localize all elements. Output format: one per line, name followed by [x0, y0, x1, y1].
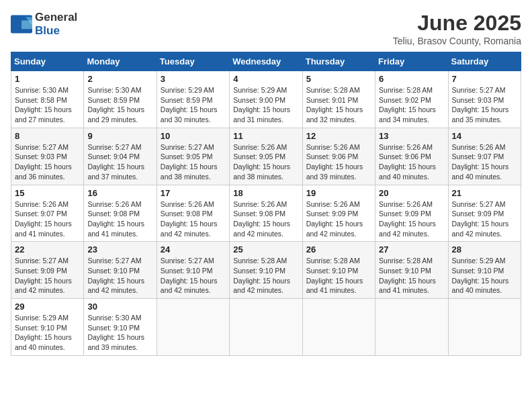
calendar-day-cell: 13 Sunrise: 5:26 AMSunset: 9:06 PMDaylig…: [375, 128, 448, 185]
calendar-day-cell: [230, 299, 302, 356]
calendar-day-cell: 29 Sunrise: 5:29 AMSunset: 9:10 PMDaylig…: [11, 299, 84, 356]
day-number: 24: [161, 244, 226, 255]
calendar-day-cell: 3 Sunrise: 5:29 AMSunset: 8:59 PMDayligh…: [157, 71, 229, 128]
day-number: 9: [87, 131, 152, 141]
calendar-day-cell: 7 Sunrise: 5:27 AMSunset: 9:03 PMDayligh…: [448, 71, 521, 128]
calendar-week-row: 15 Sunrise: 5:26 AMSunset: 9:07 PMDaylig…: [11, 185, 521, 242]
calendar-day-cell: 4 Sunrise: 5:29 AMSunset: 9:00 PMDayligh…: [230, 71, 302, 128]
calendar-day-cell: 2 Sunrise: 5:30 AMSunset: 8:59 PMDayligh…: [84, 71, 157, 128]
day-number: 25: [233, 244, 298, 255]
day-info: Sunrise: 5:27 AMSunset: 9:05 PMDaylight:…: [161, 143, 218, 181]
day-number: 26: [306, 244, 371, 255]
day-info: Sunrise: 5:27 AMSunset: 9:10 PMDaylight:…: [161, 257, 218, 294]
day-info: Sunrise: 5:26 AMSunset: 9:06 PMDaylight:…: [306, 143, 363, 181]
calendar-day-cell: 20 Sunrise: 5:26 AMSunset: 9:09 PMDaylig…: [375, 185, 448, 242]
day-number: 20: [379, 188, 444, 198]
calendar-day-cell: 28 Sunrise: 5:29 AMSunset: 9:10 PMDaylig…: [448, 242, 521, 299]
calendar-day-cell: 10 Sunrise: 5:27 AMSunset: 9:05 PMDaylig…: [157, 128, 229, 185]
logo-blue: Blue: [35, 24, 60, 37]
calendar-day-cell: [157, 299, 229, 356]
calendar-day-cell: 27 Sunrise: 5:28 AMSunset: 9:10 PMDaylig…: [375, 242, 448, 299]
day-number: 27: [379, 244, 444, 255]
day-info: Sunrise: 5:28 AMSunset: 9:02 PMDaylight:…: [379, 86, 436, 124]
logo-text: General Blue: [35, 11, 77, 38]
day-info: Sunrise: 5:29 AMSunset: 9:10 PMDaylight:…: [452, 257, 509, 294]
day-number: 1: [15, 74, 80, 84]
day-info: Sunrise: 5:28 AMSunset: 9:10 PMDaylight:…: [233, 257, 290, 294]
day-number: 17: [161, 188, 226, 198]
weekday-header: Tuesday: [157, 52, 229, 71]
weekday-header: Saturday: [448, 52, 521, 71]
day-info: Sunrise: 5:26 AMSunset: 9:09 PMDaylight:…: [379, 200, 436, 238]
weekday-header: Friday: [375, 52, 448, 71]
day-number: 21: [452, 188, 517, 198]
day-info: Sunrise: 5:30 AMSunset: 8:58 PMDaylight:…: [15, 86, 72, 124]
day-info: Sunrise: 5:26 AMSunset: 9:06 PMDaylight:…: [379, 143, 436, 181]
calendar-week-row: 29 Sunrise: 5:29 AMSunset: 9:10 PMDaylig…: [11, 299, 521, 356]
calendar-day-cell: 9 Sunrise: 5:27 AMSunset: 9:04 PMDayligh…: [84, 128, 157, 185]
calendar-week-row: 8 Sunrise: 5:27 AMSunset: 9:03 PMDayligh…: [11, 128, 521, 185]
calendar-day-cell: 5 Sunrise: 5:28 AMSunset: 9:01 PMDayligh…: [302, 71, 375, 128]
day-info: Sunrise: 5:27 AMSunset: 9:03 PMDaylight:…: [452, 86, 509, 124]
day-info: Sunrise: 5:27 AMSunset: 9:03 PMDaylight:…: [15, 143, 72, 181]
day-number: 6: [379, 74, 444, 84]
day-number: 22: [15, 244, 80, 255]
calendar-day-cell: 26 Sunrise: 5:28 AMSunset: 9:10 PMDaylig…: [302, 242, 375, 299]
day-number: 18: [233, 188, 298, 198]
calendar-title: June 2025: [393, 11, 521, 36]
calendar-day-cell: 18 Sunrise: 5:26 AMSunset: 9:08 PMDaylig…: [230, 185, 302, 242]
title-area: June 2025 Teliu, Brasov County, Romania: [393, 11, 521, 46]
day-info: Sunrise: 5:26 AMSunset: 9:05 PMDaylight:…: [233, 143, 290, 181]
day-info: Sunrise: 5:27 AMSunset: 9:10 PMDaylight:…: [87, 257, 144, 294]
calendar-day-cell: 23 Sunrise: 5:27 AMSunset: 9:10 PMDaylig…: [84, 242, 157, 299]
day-info: Sunrise: 5:29 AMSunset: 9:00 PMDaylight:…: [233, 86, 290, 124]
calendar-day-cell: 6 Sunrise: 5:28 AMSunset: 9:02 PMDayligh…: [375, 71, 448, 128]
calendar-day-cell: 25 Sunrise: 5:28 AMSunset: 9:10 PMDaylig…: [230, 242, 302, 299]
day-number: 16: [87, 188, 152, 198]
day-info: Sunrise: 5:29 AMSunset: 9:10 PMDaylight:…: [15, 314, 72, 351]
calendar-day-cell: 22 Sunrise: 5:27 AMSunset: 9:09 PMDaylig…: [11, 242, 84, 299]
day-info: Sunrise: 5:27 AMSunset: 9:04 PMDaylight:…: [87, 143, 144, 181]
day-info: Sunrise: 5:26 AMSunset: 9:09 PMDaylight:…: [306, 200, 363, 238]
day-number: 12: [306, 131, 371, 141]
calendar-day-cell: 1 Sunrise: 5:30 AMSunset: 8:58 PMDayligh…: [11, 71, 84, 128]
day-info: Sunrise: 5:29 AMSunset: 8:59 PMDaylight:…: [161, 86, 218, 124]
page-header: General Blue June 2025 Teliu, Brasov Cou…: [11, 11, 521, 46]
day-number: 2: [87, 74, 152, 84]
day-number: 29: [15, 302, 80, 312]
calendar-week-row: 22 Sunrise: 5:27 AMSunset: 9:09 PMDaylig…: [11, 242, 521, 299]
calendar-day-cell: 30 Sunrise: 5:30 AMSunset: 9:10 PMDaylig…: [84, 299, 157, 356]
calendar-day-cell: 12 Sunrise: 5:26 AMSunset: 9:06 PMDaylig…: [302, 128, 375, 185]
day-info: Sunrise: 5:28 AMSunset: 9:10 PMDaylight:…: [379, 257, 436, 294]
day-info: Sunrise: 5:26 AMSunset: 9:08 PMDaylight:…: [161, 200, 218, 238]
day-info: Sunrise: 5:26 AMSunset: 9:07 PMDaylight:…: [452, 143, 509, 181]
calendar-day-cell: 16 Sunrise: 5:26 AMSunset: 9:08 PMDaylig…: [84, 185, 157, 242]
day-info: Sunrise: 5:26 AMSunset: 9:08 PMDaylight:…: [233, 200, 290, 238]
day-number: 19: [306, 188, 371, 198]
day-info: Sunrise: 5:28 AMSunset: 9:10 PMDaylight:…: [306, 257, 363, 294]
calendar-week-row: 1 Sunrise: 5:30 AMSunset: 8:58 PMDayligh…: [11, 71, 521, 128]
calendar-day-cell: 11 Sunrise: 5:26 AMSunset: 9:05 PMDaylig…: [230, 128, 302, 185]
weekday-header: Sunday: [11, 52, 84, 71]
calendar-subtitle: Teliu, Brasov County, Romania: [393, 36, 521, 46]
weekday-header: Thursday: [302, 52, 375, 71]
day-info: Sunrise: 5:26 AMSunset: 9:07 PMDaylight:…: [15, 200, 72, 238]
calendar-day-cell: 24 Sunrise: 5:27 AMSunset: 9:10 PMDaylig…: [157, 242, 229, 299]
day-info: Sunrise: 5:27 AMSunset: 9:09 PMDaylight:…: [15, 257, 72, 294]
calendar-day-cell: [375, 299, 448, 356]
day-number: 15: [15, 188, 80, 198]
day-number: 5: [306, 74, 371, 84]
day-number: 28: [452, 244, 517, 255]
day-info: Sunrise: 5:28 AMSunset: 9:01 PMDaylight:…: [306, 86, 363, 124]
day-number: 11: [233, 131, 298, 141]
logo-general: General: [35, 11, 77, 24]
calendar-table: SundayMondayTuesdayWednesdayThursdayFrid…: [11, 52, 521, 356]
calendar-day-cell: 15 Sunrise: 5:26 AMSunset: 9:07 PMDaylig…: [11, 185, 84, 242]
calendar-day-cell: 17 Sunrise: 5:26 AMSunset: 9:08 PMDaylig…: [157, 185, 229, 242]
svg-marker-2: [21, 20, 32, 29]
calendar-day-cell: 14 Sunrise: 5:26 AMSunset: 9:07 PMDaylig…: [448, 128, 521, 185]
day-number: 30: [87, 302, 152, 312]
logo: General Blue: [11, 11, 77, 38]
day-info: Sunrise: 5:30 AMSunset: 8:59 PMDaylight:…: [87, 86, 144, 124]
calendar-day-cell: 19 Sunrise: 5:26 AMSunset: 9:09 PMDaylig…: [302, 185, 375, 242]
